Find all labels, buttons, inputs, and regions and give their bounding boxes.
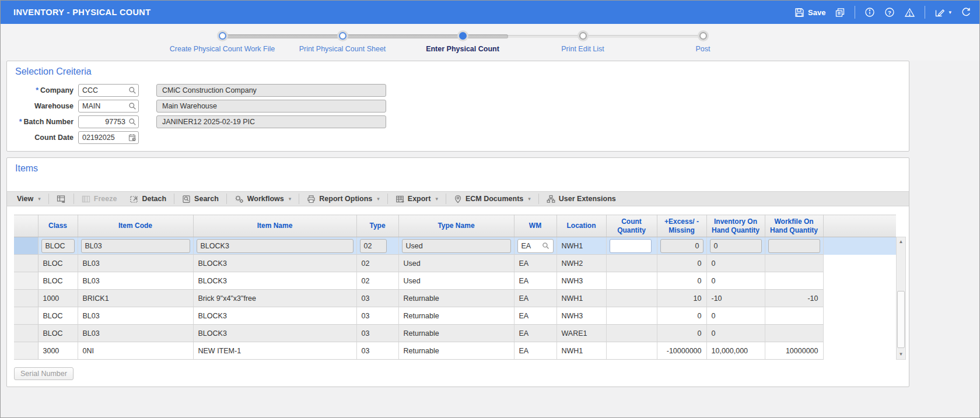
table-row[interactable]: BLOC BL03 BLOCK3 02 Used EA NWH2 0 0 xyxy=(14,255,896,272)
print-preview-button[interactable] xyxy=(835,8,845,17)
selection-criteria-title: Selection Creiteria xyxy=(7,61,909,77)
company-description: CMiC Construction Company xyxy=(156,84,386,97)
ecm-documents-menu-button[interactable]: ECM Documents xyxy=(447,192,537,206)
search-button[interactable]: Search xyxy=(176,192,225,206)
help-icon: ? xyxy=(884,7,895,17)
company-lov-search-icon[interactable] xyxy=(128,86,136,94)
toolbar-separator xyxy=(538,194,539,204)
count-quantity-input[interactable] xyxy=(610,239,652,253)
refresh-button[interactable] xyxy=(961,7,971,17)
step-print-edit-list[interactable]: Print Edit List xyxy=(523,32,643,53)
toolbar-separator xyxy=(226,194,227,204)
export-table-icon xyxy=(396,195,404,203)
table-row[interactable]: BLOC BL03 BLOCK3 03 Returnable EA NWH3 0… xyxy=(14,307,896,325)
class-field[interactable]: BLOC xyxy=(41,239,75,253)
col-header-workfile-on-hand[interactable]: Workfile On Hand Quantity xyxy=(765,215,823,237)
step-post[interactable]: Post xyxy=(643,32,763,53)
col-header-item-name[interactable]: Item Name xyxy=(193,215,356,237)
row-selector[interactable] xyxy=(14,237,38,255)
vertical-scrollbar[interactable] xyxy=(896,237,906,360)
calendar-icon[interactable] xyxy=(128,134,136,142)
warehouse-lov-search-icon[interactable] xyxy=(128,102,136,110)
help-button[interactable]: ? xyxy=(884,7,895,17)
col-header-type-name[interactable]: Type Name xyxy=(398,215,514,237)
col-header-inventory-on-hand[interactable]: Inventory On Hand Quantity xyxy=(706,215,765,237)
warning-icon xyxy=(904,8,915,17)
view-menu-button[interactable]: View xyxy=(10,192,47,206)
col-header-item-code[interactable]: Item Code xyxy=(78,215,193,237)
search-icon xyxy=(182,195,191,203)
scrollbar-thumb[interactable] xyxy=(897,291,905,348)
step-create-work-file[interactable]: Create Physical Count Work File xyxy=(162,32,282,53)
company-label: *Company xyxy=(15,86,74,94)
col-header-wm[interactable]: WM xyxy=(514,215,556,237)
report-options-menu-button[interactable]: Report Options xyxy=(300,192,386,206)
copies-icon xyxy=(835,8,845,17)
step-dot[interactable] xyxy=(459,32,467,40)
step-dot[interactable] xyxy=(699,32,707,40)
col-header-location[interactable]: Location xyxy=(556,215,606,237)
company-row: *Company CMiC Construction Company xyxy=(15,84,909,97)
type-name-field[interactable]: Used xyxy=(402,239,511,253)
col-header-type[interactable]: Type xyxy=(356,215,398,237)
table-row[interactable]: BLOC BL03 BLOCK3 03 Returnable EA WARE1 … xyxy=(14,325,896,342)
step-dot[interactable] xyxy=(219,32,226,40)
workflows-menu-button[interactable]: Workflows xyxy=(228,192,298,206)
printer-icon xyxy=(307,195,316,203)
row-selector[interactable] xyxy=(14,290,38,307)
workfile-on-hand-field[interactable] xyxy=(768,239,820,253)
warnings-button[interactable] xyxy=(904,8,915,17)
required-marker: * xyxy=(36,86,38,94)
toolbar-separator xyxy=(387,194,388,204)
table-row-selected[interactable]: BLOC BL03 BLOCK3 02 Used EA NWH1 xyxy=(14,237,896,255)
save-button[interactable]: Save xyxy=(794,8,825,17)
process-train: Create Physical Count Work File Print Ph… xyxy=(1,24,979,61)
chevron-down-icon xyxy=(289,196,292,202)
freeze-button: Freeze xyxy=(75,192,124,206)
wm-field[interactable]: EA xyxy=(517,239,554,253)
edit-mode-button[interactable] xyxy=(935,8,951,17)
type-field[interactable]: 02 xyxy=(360,239,387,253)
row-selector[interactable] xyxy=(14,342,38,360)
step-dot[interactable] xyxy=(579,32,587,40)
detach-button[interactable]: Detach xyxy=(123,192,173,206)
col-header-class[interactable]: Class xyxy=(38,215,78,237)
step-print-count-sheet[interactable]: Print Physical Count Sheet xyxy=(282,32,402,53)
batch-description: JANINER12 2025-02-19 PIC xyxy=(156,115,386,128)
items-grid-area: Class Item Code Item Name Type Type Name… xyxy=(14,215,906,360)
row-selector[interactable] xyxy=(14,307,38,325)
serial-number-button[interactable]: Serial Number xyxy=(14,367,74,380)
table-row[interactable]: 3000 0NI NEW ITEM-1 03 Returnable EA NWH… xyxy=(14,342,896,360)
scroll-down-arrow-icon[interactable] xyxy=(897,350,905,359)
header-row: Class Item Code Item Name Type Type Name… xyxy=(14,215,896,237)
location-cell[interactable]: NWH1 xyxy=(556,237,606,255)
row-selector-header[interactable] xyxy=(14,215,38,237)
row-selector[interactable] xyxy=(14,272,38,290)
header-filler xyxy=(823,215,896,237)
row-selector[interactable] xyxy=(14,255,38,272)
row-selector[interactable] xyxy=(14,325,38,342)
export-menu-button[interactable]: Export xyxy=(389,192,444,206)
item-code-field[interactable]: BL03 xyxy=(81,239,190,253)
col-header-excess-missing[interactable]: +Excess/ - Missing xyxy=(657,215,706,237)
title-bar: INVENTORY - PHYSICAL COUNT Save ? xyxy=(1,1,979,24)
excess-missing-field[interactable]: 0 xyxy=(660,239,704,253)
table-customize-button[interactable] xyxy=(50,192,72,206)
item-name-field[interactable]: BLOCK3 xyxy=(197,239,354,253)
table-row[interactable]: 1000 BRICK1 Brick 9"x4"x3"free 03 Return… xyxy=(14,290,896,307)
chevron-down-icon[interactable] xyxy=(949,9,951,15)
info-button[interactable] xyxy=(864,7,875,17)
col-header-count-quantity[interactable]: Count Quantity xyxy=(606,215,657,237)
inventory-on-hand-field[interactable]: 0 xyxy=(710,239,762,253)
items-title: Items xyxy=(7,158,909,174)
items-panel: Items View Freeze Detach Search xyxy=(6,157,909,387)
chevron-down-icon xyxy=(528,196,531,202)
batch-lov-search-icon[interactable] xyxy=(128,118,136,126)
step-dot[interactable] xyxy=(339,32,346,40)
user-extensions-button[interactable]: User Extensions xyxy=(540,192,622,206)
step-enter-physical-count[interactable]: Enter Physical Count xyxy=(402,32,523,53)
scroll-up-arrow-icon[interactable] xyxy=(897,237,905,247)
table-row[interactable]: BLOC BL03 BLOCK3 02 Used EA NWH3 0 0 xyxy=(14,272,896,290)
wm-lov-search-icon[interactable] xyxy=(542,242,550,250)
warehouse-description: Main Warehouse xyxy=(156,100,386,113)
